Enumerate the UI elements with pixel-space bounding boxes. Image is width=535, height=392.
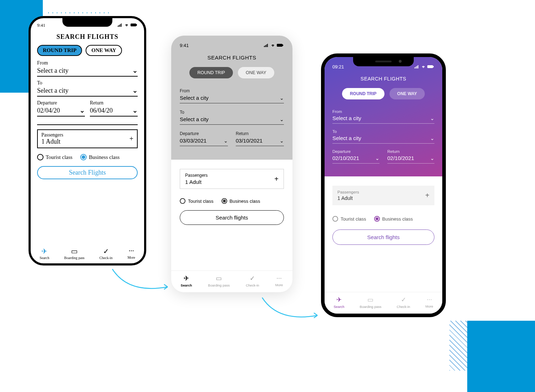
nav-search[interactable]: ✈ Search	[40, 247, 49, 260]
plus-icon[interactable]: +	[129, 135, 133, 143]
radio-icon-selected	[80, 154, 87, 160]
tab-one-way[interactable]: ONE WAY	[238, 67, 274, 78]
trip-type-tabs: ROUND TRIP ONE WAY	[325, 88, 442, 99]
tab-round-trip[interactable]: ROUND TRIP	[37, 45, 82, 56]
return-label: Return	[387, 149, 434, 154]
radio-tourist[interactable]: Tourist class	[332, 216, 366, 222]
chevron-down-icon: ⌄	[430, 115, 434, 121]
nav-more[interactable]: ··· More	[127, 247, 135, 260]
notch	[353, 56, 414, 66]
status-time: 09:21	[332, 64, 344, 69]
ticket-icon: ▭	[71, 247, 78, 256]
status-icons	[414, 64, 434, 69]
wireframe-phone: 9:41 SEARCH FLIGHTS ROUND TRIP ONE WAY F…	[171, 36, 292, 292]
chevron-down-icon: ⌄	[280, 138, 284, 144]
nav-more[interactable]: ··· More	[275, 274, 283, 287]
to-field[interactable]: To Select a city ⌄	[37, 80, 138, 97]
tab-round-trip[interactable]: ROUND TRIP	[189, 67, 233, 78]
page-title: SEARCH FLIGHTS	[171, 55, 292, 61]
svg-rect-7	[265, 45, 266, 47]
from-label: From	[332, 109, 434, 114]
nav-boarding-pass[interactable]: ▭ Boarding pass	[208, 274, 230, 287]
radio-business[interactable]: Business class	[374, 216, 413, 222]
chevron-down-icon: ⌄	[430, 155, 434, 161]
from-field[interactable]: From Select a city ⌄	[37, 60, 138, 77]
departure-field[interactable]: Departure 02/10/2021 ⌄	[332, 149, 379, 164]
status-icons	[118, 22, 138, 28]
nav-check-in[interactable]: ✓ Check-in	[246, 274, 259, 287]
check-icon: ✓	[250, 274, 255, 282]
return-field[interactable]: Return 03/10/2021 ⌄	[236, 131, 284, 146]
departure-label: Departure	[37, 100, 85, 106]
svg-rect-9	[267, 44, 268, 47]
signal-icon	[118, 22, 123, 28]
nav-search-label: Search	[181, 283, 192, 287]
to-field[interactable]: To Select a city ⌄	[180, 110, 284, 125]
departure-label: Departure	[180, 131, 228, 136]
class-radio-group: Tourist class Business class	[180, 198, 284, 204]
tab-one-way[interactable]: ONE WAY	[389, 88, 425, 99]
to-value: Select a city	[37, 87, 68, 94]
to-label: To	[180, 110, 284, 115]
passengers-box[interactable]: Passengers 1 Adult +	[332, 186, 434, 205]
to-value: Select a city	[180, 116, 209, 122]
svg-rect-14	[417, 66, 417, 68]
dots-icon: ···	[427, 296, 432, 303]
status-time: 9:41	[180, 43, 189, 48]
to-value: Select a city	[332, 135, 361, 141]
battery-icon	[131, 22, 138, 28]
radio-business-label: Business class	[382, 216, 413, 222]
tab-round-trip[interactable]: ROUND TRIP	[342, 88, 384, 99]
departure-label: Departure	[332, 149, 379, 154]
tab-one-way[interactable]: ONE WAY	[86, 45, 122, 56]
plus-icon[interactable]: +	[274, 175, 279, 183]
chevron-down-icon: ⌄	[132, 67, 138, 74]
chevron-down-icon: ⌄	[280, 95, 284, 101]
nav-boarding-pass[interactable]: ▭ Boarding pass	[360, 296, 382, 309]
class-radio-group: Tourist class Business class	[332, 216, 434, 222]
nav-check-in[interactable]: ✓ Check-in	[397, 296, 410, 309]
trip-type-tabs: ROUND TRIP ONE WAY	[37, 45, 138, 56]
search-flights-button[interactable]: Search flights	[332, 229, 434, 245]
svg-rect-11	[282, 45, 283, 46]
svg-rect-3	[121, 24, 122, 27]
wifi-icon	[124, 22, 129, 28]
radio-business[interactable]: Business class	[80, 154, 119, 160]
notch	[62, 17, 112, 27]
radio-tourist[interactable]: Tourist class	[180, 198, 214, 204]
from-value: Select a city	[180, 95, 209, 101]
nav-boarding-pass[interactable]: ▭ Boarding pass	[64, 247, 85, 260]
radio-business[interactable]: Business class	[221, 198, 260, 204]
departure-field[interactable]: Departure 02/04/20 ⌄	[37, 100, 85, 117]
nav-search[interactable]: ✈ Search	[334, 296, 345, 309]
sketch-phone: 9:41 SEARCH FLIGHTS ROUND TRIP ONE WAY F…	[29, 16, 146, 265]
passengers-box[interactable]: Passengers 1 Adult +	[37, 129, 138, 148]
radio-icon-selected	[374, 216, 380, 222]
page-title: SEARCH FLIGHTS	[325, 76, 442, 82]
radio-tourist[interactable]: Tourist class	[37, 154, 72, 160]
nav-check-in[interactable]: ✓ Check-in	[100, 247, 113, 260]
departure-field[interactable]: Departure 03/03/2021 ⌄	[180, 131, 228, 146]
plus-icon[interactable]: +	[425, 191, 429, 200]
nav-more-label: More	[275, 283, 283, 287]
chevron-down-icon: ⌄	[430, 135, 434, 141]
to-field[interactable]: To Select a city ⌄	[332, 129, 434, 144]
from-field[interactable]: From Select a city ⌄	[180, 88, 284, 103]
nav-boarding-label: Boarding pass	[360, 305, 382, 309]
nav-more-label: More	[127, 256, 135, 259]
from-field[interactable]: From Select a city ⌄	[332, 109, 434, 124]
search-flights-button[interactable]: Search Flights	[37, 166, 138, 179]
passengers-box[interactable]: Passengers 1 Adult +	[180, 169, 284, 189]
svg-rect-12	[414, 67, 415, 68]
check-icon: ✓	[103, 247, 109, 256]
return-label: Return	[90, 100, 138, 106]
return-field[interactable]: Return 02/10/2021 ⌄	[387, 149, 434, 164]
class-radio-group: Tourist class Business class	[37, 154, 138, 160]
to-label: To	[332, 129, 434, 134]
search-flights-button[interactable]: Search flights	[180, 210, 284, 225]
nav-search[interactable]: ✈ Search	[181, 274, 192, 287]
nav-more[interactable]: ··· More	[426, 296, 433, 309]
nav-boarding-label: Boarding pass	[208, 283, 230, 287]
arrow-icon	[260, 296, 321, 324]
return-field[interactable]: Return 06/04/20 ⌄	[90, 100, 138, 117]
